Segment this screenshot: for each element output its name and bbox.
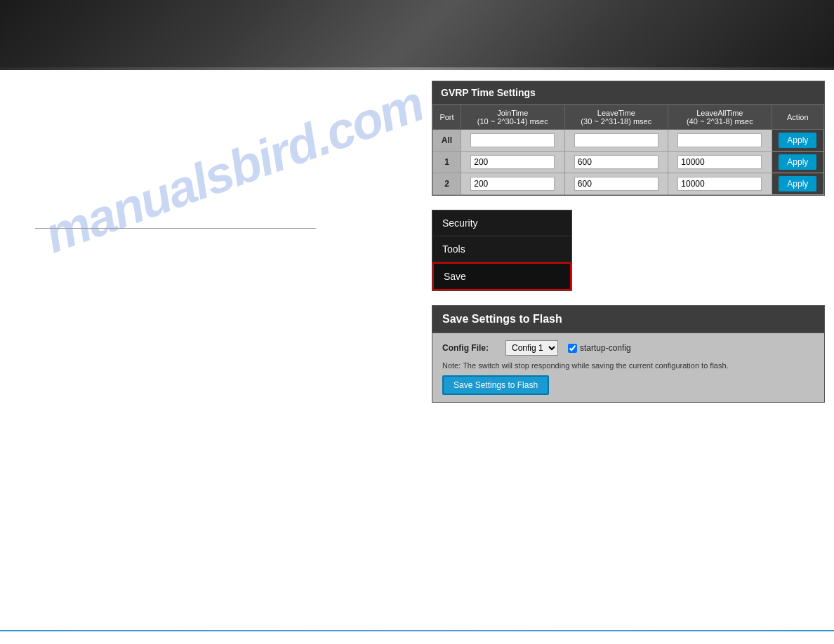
apply-button-row-0[interactable]: Apply: [779, 133, 816, 148]
gvrp-panel: GVRP Time Settings Port JoinTime (10 ~ 2…: [432, 81, 825, 196]
jointime-input[interactable]: [470, 177, 555, 191]
startup-config-checkbox[interactable]: [568, 344, 577, 353]
main-content: GVRP Time Settings Port JoinTime (10 ~ 2…: [432, 81, 825, 403]
port-cell: 2: [433, 173, 461, 195]
action-cell: Apply: [772, 173, 823, 195]
col-port: Port: [433, 105, 461, 130]
nav-item-save[interactable]: Save: [432, 262, 571, 290]
save-note: Note: The switch will stop responding wh…: [442, 361, 814, 370]
jointime-cell: [461, 173, 565, 195]
watermark: manualsbird.com: [37, 74, 430, 264]
nav-item-tools[interactable]: Tools: [432, 236, 571, 262]
apply-button-row-2[interactable]: Apply: [779, 176, 816, 192]
save-panel: Save Settings to Flash Config File: Conf…: [432, 305, 825, 403]
port-cell: All: [433, 130, 461, 152]
jointime-cell: [461, 130, 565, 152]
save-panel-body: Config File: Config 1Config 2 startup-co…: [432, 333, 824, 402]
gvrp-title: GVRP Time Settings: [432, 81, 824, 105]
jointime-input[interactable]: [470, 133, 555, 147]
config-file-row: Config File: Config 1Config 2 startup-co…: [442, 340, 814, 356]
leavetime-input[interactable]: [574, 133, 658, 147]
jointime-input[interactable]: [470, 155, 555, 169]
jointime-cell: [461, 152, 565, 173]
leavetime-input[interactable]: [574, 177, 658, 191]
leavealltime-cell: [668, 152, 772, 173]
leavetime-cell: [564, 173, 668, 195]
col-leavealltime: LeaveAllTime (40 ~ 2^31-8) msec: [668, 105, 772, 130]
gvrp-table: Port JoinTime (10 ~ 2^30-14) msec LeaveT…: [432, 105, 824, 195]
leavealltime-cell: [668, 173, 772, 195]
col-jointime: JoinTime (10 ~ 2^30-14) msec: [461, 105, 565, 130]
table-row: 1Apply: [433, 152, 824, 173]
table-row: AllApply: [433, 130, 824, 152]
save-settings-button[interactable]: Save Settings to Flash: [442, 375, 549, 395]
leavetime-cell: [564, 130, 668, 152]
leavetime-cell: [564, 152, 668, 173]
leavealltime-input[interactable]: [677, 133, 762, 147]
bottom-divider: [0, 630, 834, 631]
leavealltime-input[interactable]: [677, 177, 762, 191]
leavealltime-cell: [668, 130, 772, 152]
action-cell: Apply: [772, 130, 823, 152]
config-file-label: Config File:: [442, 343, 498, 353]
apply-button-row-1[interactable]: Apply: [779, 154, 816, 170]
startup-config-container: startup-config: [568, 343, 631, 353]
nav-panel: SecurityToolsSave: [432, 210, 572, 291]
nav-item-security[interactable]: Security: [432, 210, 571, 236]
leavealltime-input[interactable]: [677, 155, 762, 169]
startup-config-label: startup-config: [580, 343, 631, 353]
col-leavetime: LeaveTime (30 ~ 2^31-18) msec: [564, 105, 668, 130]
left-divider: [35, 228, 316, 229]
save-panel-title: Save Settings to Flash: [432, 306, 824, 333]
table-row: 2Apply: [433, 173, 824, 195]
action-cell: Apply: [772, 152, 823, 173]
header-banner: [0, 0, 834, 70]
config-file-select[interactable]: Config 1Config 2: [505, 340, 558, 356]
port-cell: 1: [433, 152, 461, 173]
leavetime-input[interactable]: [574, 155, 658, 169]
col-action: Action: [772, 105, 823, 130]
